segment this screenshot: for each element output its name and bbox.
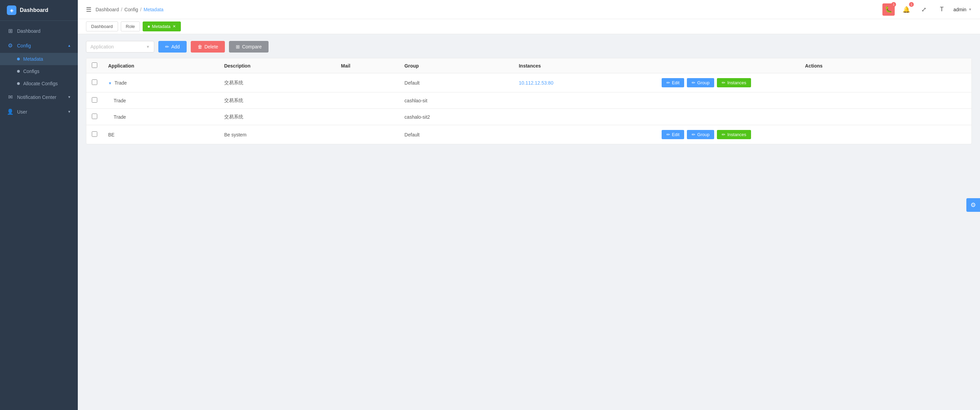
sidebar-nav: ⊞ Dashboard ⚙ Config ▲ Metadata Configs … xyxy=(0,21,78,410)
row1-group-icon: ✏ xyxy=(692,80,695,85)
compare-icon: ⊞ xyxy=(236,44,240,49)
compare-button[interactable]: ⊞ Compare xyxy=(229,41,269,52)
fullscreen-button[interactable]: ⤢ xyxy=(918,3,930,16)
row4-group-button[interactable]: ✏ Group xyxy=(687,130,714,139)
add-icon: ✏ xyxy=(165,44,169,49)
row4-mail xyxy=(336,125,399,144)
admin-menu-button[interactable]: admin ▼ xyxy=(953,7,972,12)
user-arrow-icon: ▼ xyxy=(68,110,71,114)
settings-float-icon: ⚙ xyxy=(970,201,976,209)
table-body: ▼ Trade 交易系统 Default 10.112.12.53:80 xyxy=(86,73,972,144)
delete-label: Delete xyxy=(204,44,218,49)
row3-checkbox[interactable] xyxy=(92,114,97,119)
row1-group: Default xyxy=(399,73,513,92)
page-body: Application ▼ ✏ Add 🗑 Delete ⊞ Compare xyxy=(78,34,980,151)
tab-role-label: Role xyxy=(126,24,135,29)
header: ☰ Dashboard / Config / Metadata 🐛 1 🔔 1 … xyxy=(78,0,980,19)
sidebar-item-user-label: User xyxy=(17,109,27,114)
hamburger-button[interactable]: ☰ xyxy=(86,6,91,13)
breadcrumb-dashboard[interactable]: Dashboard xyxy=(95,7,119,12)
sidebar-item-dashboard-label: Dashboard xyxy=(17,28,41,34)
row1-group-button[interactable]: ✏ Group xyxy=(687,78,714,87)
row4-edit-button[interactable]: ✏ Edit xyxy=(662,130,684,139)
row3-instances xyxy=(513,109,656,125)
notification-arrow-icon: ▼ xyxy=(68,95,71,99)
row2-application: Trade xyxy=(103,92,219,109)
add-button[interactable]: ✏ Add xyxy=(158,41,187,52)
row1-actions-cell: ✏ Edit ✏ Group ✏ Instanc xyxy=(662,78,966,87)
sidebar-item-user[interactable]: 👤 User ▼ xyxy=(0,104,78,119)
row4-instances xyxy=(513,125,656,144)
settings-float-button[interactable]: ⚙ xyxy=(966,198,980,212)
select-all-checkbox[interactable] xyxy=(92,62,97,68)
col-actions: Actions xyxy=(656,58,972,73)
application-select-placeholder: Application xyxy=(91,44,114,49)
row4-group: Default xyxy=(399,125,513,144)
metadata-table: Application Description Mail Group Insta… xyxy=(86,58,972,144)
admin-dropdown-icon: ▼ xyxy=(969,8,972,11)
main-area: ☰ Dashboard / Config / Metadata 🐛 1 🔔 1 … xyxy=(78,0,980,410)
col-description: Description xyxy=(219,58,336,73)
sidebar-item-metadata[interactable]: Metadata xyxy=(0,53,78,65)
row2-description: 交易系统 xyxy=(219,92,336,109)
add-label: Add xyxy=(171,44,180,49)
row3-checkbox-cell xyxy=(86,109,103,125)
tab-dashboard-label: Dashboard xyxy=(91,24,113,29)
notification-badge: 1 xyxy=(909,2,914,7)
row1-description: 交易系统 xyxy=(219,73,336,92)
row4-edit-icon: ✏ xyxy=(667,132,670,137)
bug-report-button[interactable]: 🐛 1 xyxy=(882,3,895,16)
font-size-button[interactable]: T xyxy=(935,3,948,16)
sidebar-logo: ◈ Dashboard xyxy=(0,0,78,21)
row1-actions: ✏ Edit ✏ Group ✏ Instanc xyxy=(656,73,972,92)
sidebar-item-allocate-configs[interactable]: Allocate Configs xyxy=(0,78,78,90)
breadcrumb: Dashboard / Config / Metadata xyxy=(95,7,164,12)
tab-role[interactable]: Role xyxy=(121,22,140,32)
table-row: Trade 交易系统 cashlao-sit xyxy=(86,92,972,109)
row3-actions xyxy=(656,109,972,125)
sidebar-item-metadata-label: Metadata xyxy=(23,56,43,62)
row4-checkbox[interactable] xyxy=(92,131,97,137)
application-select[interactable]: Application ▼ xyxy=(86,41,154,52)
row2-checkbox[interactable] xyxy=(92,97,97,103)
tab-metadata-dot xyxy=(148,25,150,28)
col-group: Group xyxy=(399,58,513,73)
row4-instances-icon: ✏ xyxy=(722,132,725,137)
admin-label: admin xyxy=(953,7,966,12)
row2-actions xyxy=(656,92,972,109)
row1-expand-icon[interactable]: ▼ xyxy=(108,81,112,85)
sidebar-item-notification-label: Notification Center xyxy=(17,94,56,100)
delete-button[interactable]: 🗑 Delete xyxy=(191,41,225,52)
table-header: Application Description Mail Group Insta… xyxy=(86,58,972,73)
sidebar-item-allocate-configs-label: Allocate Configs xyxy=(23,81,58,86)
data-table: Application Description Mail Group Insta… xyxy=(86,58,972,144)
tab-dashboard[interactable]: Dashboard xyxy=(86,22,118,32)
table-row: BE Be system Default ✏ Edit xyxy=(86,125,972,144)
bug-badge: 1 xyxy=(891,2,896,7)
sidebar-item-dashboard[interactable]: ⊞ Dashboard xyxy=(0,24,78,38)
tab-close-icon[interactable]: ✕ xyxy=(173,24,176,29)
row3-description: 交易系统 xyxy=(219,109,336,125)
tab-metadata[interactable]: Metadata ✕ xyxy=(143,22,180,32)
sidebar-item-config[interactable]: ⚙ Config ▲ xyxy=(0,38,78,53)
select-arrow-icon: ▼ xyxy=(146,44,150,49)
table-row: Trade 交易系统 cashalo-sit2 xyxy=(86,109,972,125)
toolbar: Application ▼ ✏ Add 🗑 Delete ⊞ Compare xyxy=(86,41,972,52)
sidebar-item-notification-center[interactable]: ✉ Notification Center ▼ xyxy=(0,90,78,104)
col-instances: Instances xyxy=(513,58,656,73)
notification-bell-button[interactable]: 🔔 1 xyxy=(900,3,912,16)
header-left: ☰ Dashboard / Config / Metadata xyxy=(86,6,164,13)
dashboard-icon: ⊞ xyxy=(7,28,14,34)
sidebar-item-configs[interactable]: Configs xyxy=(0,65,78,78)
user-nav-icon: 👤 xyxy=(7,108,14,115)
logo-icon: ◈ xyxy=(7,5,16,15)
row4-instances-button[interactable]: ✏ Instances xyxy=(717,130,751,139)
row1-mail xyxy=(336,73,399,92)
breadcrumb-config[interactable]: Config xyxy=(124,7,138,12)
row1-checkbox[interactable] xyxy=(92,79,97,85)
row1-checkbox-cell xyxy=(86,73,103,92)
row1-instances-button[interactable]: ✏ Instances xyxy=(717,78,751,87)
row1-instances-link[interactable]: 10.112.12.53:80 xyxy=(519,80,553,86)
row1-edit-button[interactable]: ✏ Edit xyxy=(662,78,684,87)
row3-application: Trade xyxy=(103,109,219,125)
